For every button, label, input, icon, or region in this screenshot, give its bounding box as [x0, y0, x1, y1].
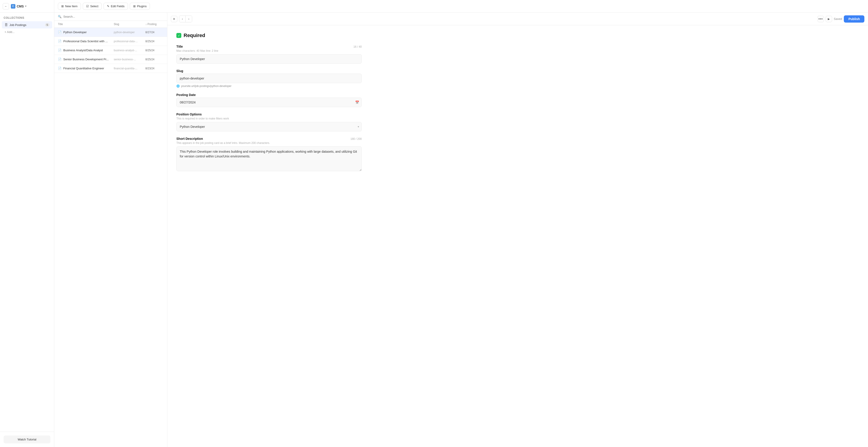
- chevron-left-icon: ‹: [182, 18, 183, 21]
- short-description-textarea[interactable]: This Python Developer role involves buil…: [176, 146, 362, 171]
- select-label: Select: [90, 4, 98, 8]
- col-slug: Slug: [114, 23, 145, 26]
- plugins-icon: ⊞: [133, 4, 136, 8]
- list-header: Title Slug ↓ Posting: [54, 21, 167, 28]
- nav-group: ‹ ›: [179, 15, 192, 22]
- row-title-text: Python Developer: [63, 31, 87, 34]
- list-item[interactable]: 📄 Python Developer python-developer 8/27…: [54, 28, 167, 37]
- short-description-hint: This appears in the job posting card as …: [176, 141, 362, 144]
- row-title-text: Business Analyst/Data Analyst: [63, 48, 103, 52]
- back-button[interactable]: ←: [3, 3, 9, 9]
- title-input[interactable]: [176, 54, 362, 64]
- sidebar-item-badge: 5: [45, 23, 50, 27]
- doc-icon: 📄: [58, 31, 62, 34]
- globe-icon: 🌐: [176, 84, 180, 88]
- position-options-label: Position Options: [176, 112, 202, 116]
- slug-url: 🌐 yoursite.url/job-postings/python-devel…: [176, 84, 362, 88]
- collections-label: Collections: [0, 13, 54, 21]
- position-options-select-wrap: Python Developer Data Scientist Business…: [176, 122, 362, 132]
- plugins-label: Plugins: [137, 4, 147, 8]
- required-title: Required: [184, 33, 205, 38]
- search-icon: 🔍: [58, 15, 62, 18]
- col-posting-date: ↓ Posting: [145, 23, 163, 26]
- nav-prev-button[interactable]: ‹: [179, 16, 186, 22]
- required-header: ✓ Required: [176, 33, 362, 38]
- cms-logo[interactable]: C CMS ▾: [11, 4, 27, 8]
- row-title-text: Financial Quantitative Engineer: [63, 67, 104, 70]
- doc-icon: 📄: [58, 48, 62, 52]
- title-label: Title: [176, 45, 183, 48]
- list-item[interactable]: 📄 Senior Business Development Pr... seni…: [54, 55, 167, 64]
- detail-toolbar: ✕ ‹ › ••• ▶ Saved Publis: [167, 13, 868, 25]
- list-item[interactable]: 📄 Professional Data Scientist with ... p…: [54, 37, 167, 46]
- plus-icon: ⊞: [61, 4, 64, 8]
- calendar-icon: 📅: [355, 101, 359, 104]
- new-item-button[interactable]: ⊞ New Item: [58, 3, 81, 10]
- play-icon: ▶: [828, 18, 830, 21]
- nav-next-button[interactable]: ›: [186, 16, 192, 22]
- slug-input[interactable]: [176, 74, 362, 83]
- list-table: 📄 Python Developer python-developer 8/27…: [54, 28, 167, 447]
- add-collection-button[interactable]: + Add...: [2, 29, 52, 35]
- cms-label: CMS: [17, 4, 24, 8]
- posting-date-input[interactable]: [176, 98, 362, 107]
- position-options-hint: This is required in order to make filter…: [176, 117, 362, 120]
- list-panel: 🔍 Title Slug ↓ Posting 📄 Python Develope…: [54, 13, 167, 447]
- position-options-field: Position Options This is required in ord…: [176, 112, 362, 132]
- short-description-label: Short Description: [176, 137, 203, 140]
- row-slug: senior-business-...: [114, 58, 145, 61]
- row-date: 8/25/24: [145, 40, 163, 43]
- close-icon: ✕: [173, 17, 176, 21]
- detail-panel: ✕ ‹ › ••• ▶ Saved Publis: [167, 13, 868, 447]
- row-date: 8/25/24: [145, 49, 163, 52]
- row-slug: professional-data-...: [114, 40, 145, 43]
- sidebar-item-job-postings[interactable]: 🗄 Job Postings 5: [2, 21, 52, 29]
- check-icon: ✓: [178, 34, 180, 37]
- row-date: 8/27/24: [145, 31, 163, 34]
- cms-icon: C: [11, 4, 16, 8]
- edit-fields-button[interactable]: ✎ Edit Fields: [103, 3, 128, 10]
- slug-label: Slug: [176, 69, 183, 73]
- sidebar-header: ← C CMS ▾: [0, 0, 54, 13]
- doc-icon: 📄: [58, 39, 62, 43]
- col-title: Title: [58, 23, 114, 26]
- title-hint: Max characters: 40 Max line: 2 line: [176, 49, 362, 53]
- more-options-button[interactable]: •••: [817, 16, 824, 22]
- chevron-right-icon: ›: [188, 18, 189, 21]
- short-description-field: Short Description 180 / 200 This appears…: [176, 137, 362, 172]
- row-slug: business-analyst-...: [114, 49, 145, 52]
- row-slug: python-developer: [114, 31, 145, 34]
- row-date: 8/25/24: [145, 58, 163, 61]
- check-icon: ☑: [86, 4, 89, 8]
- position-options-select[interactable]: Python Developer Data Scientist Business…: [176, 122, 362, 132]
- add-icon: + Add...: [4, 30, 14, 34]
- sidebar-item-label: Job Postings: [9, 23, 43, 27]
- required-checkbox-icon: ✓: [176, 33, 181, 38]
- publish-button[interactable]: Publish: [844, 15, 864, 23]
- edit-icon: ✎: [107, 4, 110, 8]
- row-title-text: Senior Business Development Pr...: [63, 58, 109, 61]
- date-input-wrap: 📅: [176, 98, 362, 107]
- search-input[interactable]: [63, 15, 163, 18]
- select-button[interactable]: ☑ Select: [83, 3, 102, 10]
- back-icon: ←: [4, 4, 7, 8]
- posting-date-label: Posting Date: [176, 93, 196, 97]
- list-item[interactable]: 📄 Business Analyst/Data Analyst business…: [54, 46, 167, 55]
- detail-close-button[interactable]: ✕: [171, 16, 177, 22]
- posting-date-field: Posting Date 📅: [176, 93, 362, 107]
- doc-icon: 📄: [58, 58, 62, 61]
- ellipsis-icon: •••: [818, 17, 823, 21]
- database-icon: 🗄: [4, 23, 8, 27]
- plugins-button[interactable]: ⊞ Plugins: [130, 3, 150, 10]
- new-item-label: New Item: [65, 4, 78, 8]
- chevron-down-icon: ▾: [25, 5, 27, 8]
- row-title-text: Professional Data Scientist with ...: [63, 39, 108, 43]
- detail-form: ✓ Required Title 16 / 40 Max characters:…: [167, 25, 371, 447]
- main-toolbar: ⊞ New Item ☑ Select ✎ Edit Fields ⊞ Plug…: [54, 0, 868, 13]
- preview-button[interactable]: ▶: [826, 16, 832, 22]
- title-field: Title 16 / 40 Max characters: 40 Max lin…: [176, 45, 362, 64]
- saved-label: Saved: [834, 17, 842, 21]
- sidebar: ← C CMS ▾ Collections 🗄 Job Postings 5 +…: [0, 0, 54, 447]
- watch-tutorial-button[interactable]: Watch Tutorial: [4, 436, 51, 443]
- list-item[interactable]: 📄 Financial Quantitative Engineer financ…: [54, 64, 167, 73]
